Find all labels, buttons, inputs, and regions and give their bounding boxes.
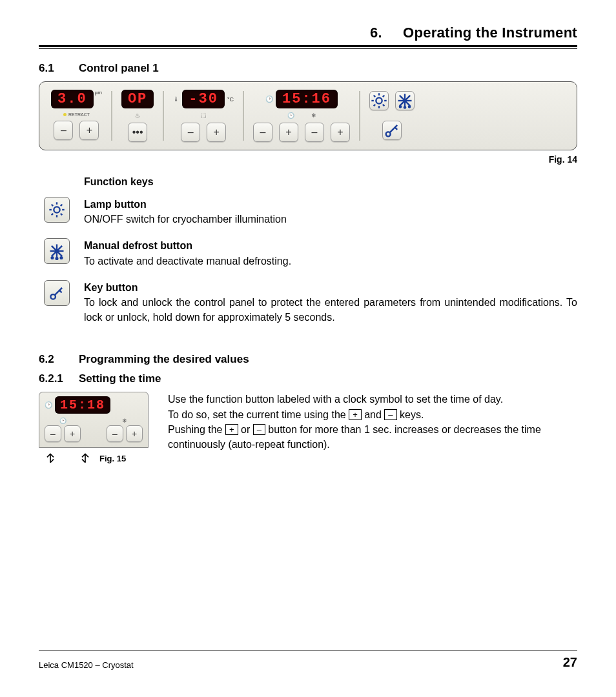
svg-line-37 <box>59 290 62 293</box>
time-group: 🕑 15:16 🕑 ❄︎ – + – + <box>248 90 355 142</box>
thickness-display: 3.0 <box>51 90 94 108</box>
svg-line-6 <box>383 105 384 106</box>
temp-minus-button[interactable]: – <box>181 123 200 142</box>
key-lock-button[interactable] <box>382 121 402 140</box>
defrost-minus-button[interactable]: – <box>305 123 324 142</box>
lamp-button[interactable] <box>369 91 389 110</box>
section-6-2-heading: 6.2 Programming the desired values <box>39 353 577 366</box>
time-display: 15:16 <box>276 90 338 108</box>
thickness-minus-button[interactable]: – <box>54 121 73 140</box>
svg-line-26 <box>52 214 53 215</box>
time-line3b: or <box>238 424 253 435</box>
svg-point-14 <box>404 106 406 108</box>
section-title: Programming the desired values <box>79 353 249 366</box>
op-display: OP <box>121 90 154 108</box>
figure-15-label: Fig. 15 <box>99 454 126 463</box>
divider <box>359 91 360 141</box>
key-text: To lock and unlock the control panel to … <box>84 297 577 323</box>
chapter-number: 6. <box>370 25 382 41</box>
thickness-plus-button[interactable]: + <box>79 121 99 140</box>
svg-point-34 <box>61 257 63 259</box>
section-title: Control panel 1 <box>79 62 159 75</box>
svg-line-18 <box>395 127 398 130</box>
figure-15-block: 🕑 15:18 🕑 – + ❄︎ <box>39 392 149 468</box>
time-line3a: Pushing the <box>168 424 225 435</box>
svg-line-5 <box>374 96 375 97</box>
temp-unit: °C <box>227 96 234 103</box>
function-keys-heading: Function keys <box>84 176 577 188</box>
svg-point-19 <box>54 207 59 212</box>
divider <box>243 91 244 141</box>
time-line2c: keys. <box>397 409 424 420</box>
clock-small-icon: 🕑 <box>59 418 67 424</box>
temp-display: -30 <box>182 90 225 108</box>
svg-line-8 <box>383 96 384 97</box>
temp-plus-button[interactable]: + <box>207 123 226 142</box>
lamp-title: Lamp button <box>84 197 577 212</box>
time-panel-figure: 🕑 15:18 🕑 – + ❄︎ <box>39 392 149 448</box>
retract-label: RETRACT <box>68 112 90 117</box>
plus-key-icon: + <box>225 424 238 435</box>
time-line2a: To do so, set the current time using the <box>168 409 349 420</box>
defrost-cycle-icon: ❄︎ <box>122 418 127 424</box>
plus-key-icon: + <box>349 409 362 420</box>
chamber-icon: ⬚ <box>201 112 207 119</box>
minus-key-icon: – <box>253 424 265 435</box>
thermometer-icon: 🌡 <box>173 96 180 103</box>
op-group: OP ♨ ••• <box>116 90 159 142</box>
defrost-minus-button[interactable]: – <box>107 425 123 442</box>
chapter-header: 6. Operating the Instrument <box>39 25 577 45</box>
svg-point-35 <box>50 294 55 299</box>
section-title: Setting the time <box>79 372 161 385</box>
setting-time-text: Use the function button labeled with a c… <box>168 392 577 452</box>
hour-minus-button[interactable]: – <box>45 425 61 442</box>
minus-key-icon: – <box>384 409 396 420</box>
lamp-button-description: Lamp button ON/OFF switch for cryochambe… <box>44 197 577 227</box>
clock-small-icon: 🕑 <box>287 112 294 119</box>
section-number: 6.2.1 <box>39 372 65 385</box>
header-rule-thick <box>39 45 577 47</box>
function-buttons-group <box>364 90 420 140</box>
svg-point-16 <box>386 132 391 136</box>
time-display-fig15: 15:18 <box>55 396 110 414</box>
defrost-text: To activate and deactivate manual defros… <box>84 256 291 267</box>
defrost-plus-button[interactable]: + <box>126 425 143 442</box>
svg-line-24 <box>52 205 53 206</box>
section-number: 6.1 <box>39 62 65 75</box>
defrost-button[interactable] <box>395 91 415 110</box>
defrost-cycle-icon: ❄︎ <box>311 112 316 119</box>
time-line2b: and <box>362 409 385 420</box>
arrow-up-left-icon <box>44 452 57 468</box>
thickness-group: 3.0 µm RETRACT – + <box>46 90 107 140</box>
snowflake-icon <box>44 238 70 264</box>
hour-minus-button[interactable]: – <box>253 123 272 142</box>
key-title: Key button <box>84 280 577 295</box>
divider <box>111 91 112 141</box>
hour-plus-button[interactable]: + <box>64 425 81 442</box>
svg-point-13 <box>400 106 401 107</box>
svg-point-0 <box>376 97 382 103</box>
divider <box>163 91 164 141</box>
defrost-button-description: Manual defrost button To activate and de… <box>44 238 577 268</box>
heater-icon: ♨ <box>135 112 140 119</box>
svg-line-25 <box>61 214 62 215</box>
lamp-text: ON/OFF switch for cryochamber illuminati… <box>84 214 287 225</box>
time-line1: Use the function button labeled with a c… <box>168 392 577 407</box>
svg-point-32 <box>52 257 54 259</box>
thickness-unit: µm <box>95 90 102 96</box>
temp-group: 🌡 -30 °C ⬚ – + <box>168 90 239 142</box>
footer-page-number: 27 <box>563 655 577 670</box>
clock-icon: 🕑 <box>45 401 52 409</box>
hour-plus-button[interactable]: + <box>279 123 298 142</box>
section-6-2-1-heading: 6.2.1 Setting the time <box>39 372 577 385</box>
clock-icon: 🕑 <box>265 96 273 103</box>
op-menu-button[interactable]: ••• <box>128 123 147 142</box>
control-panel-figure: 3.0 µm RETRACT – + OP ♨ ••• <box>39 81 577 150</box>
page-footer: Leica CM1520 – Cryostat 27 <box>39 651 577 670</box>
retract-led-icon <box>63 113 67 116</box>
figure-14-label: Fig. 14 <box>39 154 577 165</box>
defrost-plus-button[interactable]: + <box>331 123 350 142</box>
retract-indicator: RETRACT <box>63 112 90 117</box>
svg-line-7 <box>374 105 375 106</box>
section-number: 6.2 <box>39 353 65 366</box>
